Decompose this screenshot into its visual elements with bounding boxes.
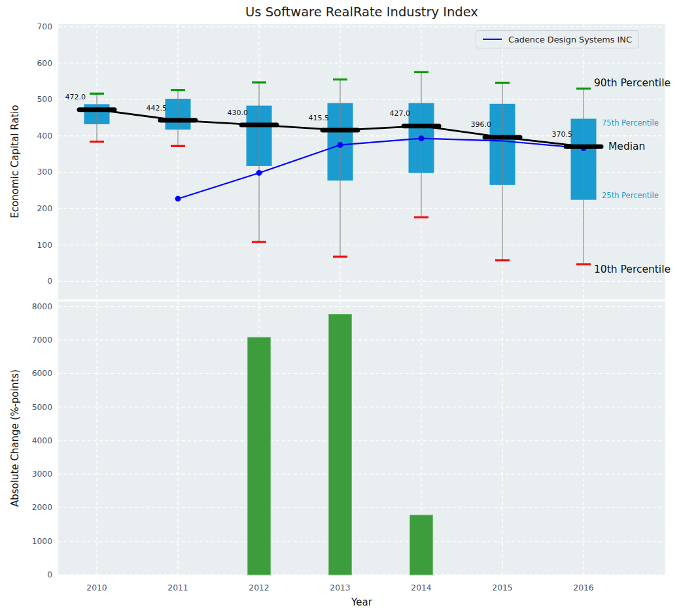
- xtick-2012: 2012: [249, 583, 269, 592]
- annotation-25th-percentile: 25th Percentile: [602, 191, 659, 200]
- bottom-ytick-8000: 8000: [32, 302, 52, 311]
- top-ytick-200: 200: [37, 204, 52, 213]
- bar-2012: [248, 337, 271, 575]
- company-dot-2014: [419, 135, 425, 141]
- bottom-ytick-2000: 2000: [32, 503, 52, 512]
- bottom-axes-bg: [58, 301, 665, 575]
- legend-line-sample: [483, 39, 502, 40]
- annotation-75th-percentile: 75th Percentile: [602, 118, 659, 128]
- top-ytick-400: 400: [37, 131, 52, 141]
- xtick-2011: 2011: [167, 583, 188, 592]
- chart-canvas: 472.0442.5430.0415.5427.0396.0370.590th …: [0, 0, 681, 616]
- company-dot-2011: [175, 196, 181, 202]
- figure: 472.0442.5430.0415.5427.0396.0370.590th …: [0, 0, 681, 616]
- top-ytick-500: 500: [37, 95, 52, 104]
- y-axis-label-bottom: Absolute Change (%-points): [9, 369, 21, 507]
- median-label-2010: 472.0: [65, 93, 86, 101]
- bottom-ytick-3000: 3000: [32, 470, 52, 479]
- top-ytick-300: 300: [37, 167, 52, 177]
- bottom-ytick-1000: 1000: [32, 537, 52, 546]
- bottom-ytick-7000: 7000: [32, 335, 52, 345]
- legend: Cadence Design Systems INC: [476, 30, 639, 48]
- xtick-2014: 2014: [411, 583, 431, 592]
- annotation-10th-percentile: 10th Percentile: [594, 264, 671, 275]
- top-ytick-0: 0: [47, 277, 52, 286]
- median-label-2015: 396.0: [471, 120, 492, 129]
- bar-2014: [410, 515, 433, 575]
- median-label-2011: 442.5: [147, 104, 167, 112]
- xtick-2010: 2010: [86, 583, 107, 592]
- annotation-90th-percentile: 90th Percentile: [594, 77, 671, 89]
- bar-2013: [329, 314, 352, 575]
- legend-label: Cadence Design Systems INC: [508, 35, 632, 44]
- chart-title: Us Software RealRate Industry Index: [58, 5, 665, 20]
- bottom-ytick-4000: 4000: [32, 436, 52, 445]
- median-label-2013: 415.5: [309, 114, 330, 122]
- top-ytick-600: 600: [37, 59, 52, 68]
- x-axis-label: Year: [58, 596, 665, 608]
- annotation-median: Median: [608, 141, 645, 152]
- median-label-2014: 427.0: [390, 109, 411, 118]
- xtick-2015: 2015: [492, 583, 512, 592]
- y-axis-label-top: Economic Capital Ratio: [9, 105, 21, 218]
- company-dot-2012: [256, 170, 262, 176]
- median-label-2016: 370.5: [552, 130, 573, 139]
- bottom-ytick-6000: 6000: [32, 369, 52, 378]
- bottom-ytick-5000: 5000: [32, 403, 52, 412]
- top-ytick-700: 700: [37, 22, 52, 31]
- xtick-2013: 2013: [330, 583, 350, 592]
- top-ytick-100: 100: [37, 241, 52, 250]
- bottom-ytick-0: 0: [47, 570, 52, 579]
- median-label-2012: 430.0: [228, 109, 249, 117]
- company-dot-2013: [338, 142, 343, 148]
- xtick-2016: 2016: [573, 583, 593, 592]
